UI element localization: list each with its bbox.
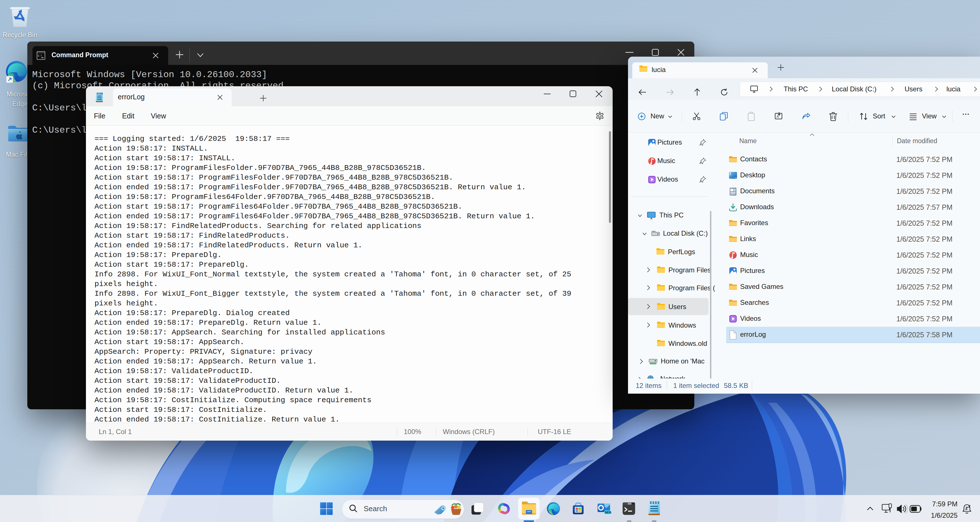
svg-text:C:\: C:\ xyxy=(38,55,42,57)
svg-text:NEW: NEW xyxy=(605,511,611,514)
svg-text:A: A xyxy=(776,115,779,119)
